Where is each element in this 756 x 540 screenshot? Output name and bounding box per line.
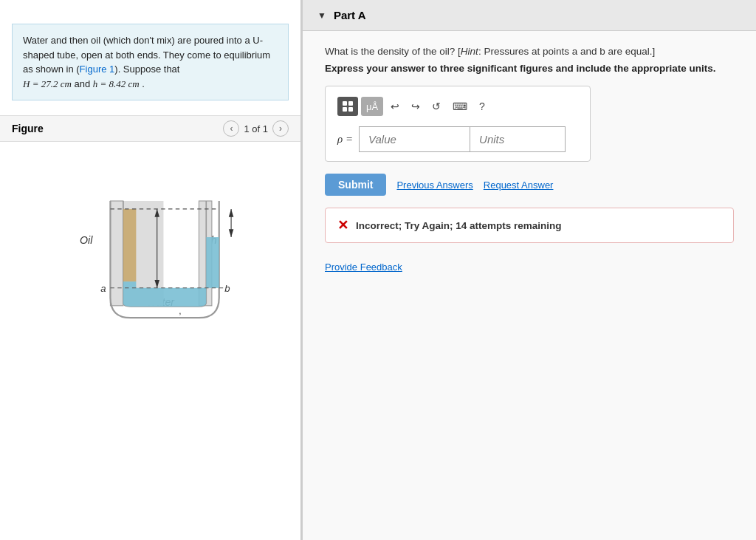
- incorrect-icon: ✕: [337, 217, 348, 233]
- svg-text:b: b: [224, 283, 230, 294]
- formula-H: H = 27.2 cm: [23, 78, 72, 89]
- svg-rect-23: [343, 107, 347, 112]
- svg-marker-20: [228, 229, 233, 237]
- svg-rect-11: [123, 281, 135, 288]
- redo-button[interactable]: ↪: [407, 98, 425, 115]
- figure-page-indicator: 1 of 1: [244, 123, 268, 134]
- part-arrow: ▼: [317, 10, 326, 21]
- feedback-box: ✕ Incorrect; Try Again; 14 attempts rema…: [325, 208, 734, 243]
- request-answer-button[interactable]: Request Answer: [484, 180, 554, 191]
- svg-text:a: a: [100, 283, 106, 294]
- svg-rect-22: [348, 101, 353, 106]
- refresh-button[interactable]: ↺: [427, 98, 445, 115]
- figure-label: Figure: [12, 123, 223, 134]
- part-title: Part A: [334, 9, 366, 21]
- action-row: Submit Previous Answers Request Answer: [325, 174, 734, 196]
- question-text: What is the density of the oil? [Hint: P…: [325, 46, 734, 57]
- figure-next-button[interactable]: ›: [272, 120, 289, 137]
- problem-text-box: Water and then oil (which don't mix) are…: [12, 24, 289, 100]
- left-panel: Water and then oil (which don't mix) are…: [0, 0, 303, 540]
- rho-label: ρ =: [337, 133, 353, 146]
- input-row: ρ =: [333, 125, 583, 154]
- problem-suffix: .: [140, 78, 145, 89]
- figure-nav: ‹ 1 of 1 ›: [223, 120, 289, 137]
- units-input[interactable]: [470, 126, 566, 152]
- figure-prev-button[interactable]: ‹: [223, 120, 239, 137]
- provide-feedback-button[interactable]: Provide Feedback: [325, 262, 402, 273]
- previous-answers-button[interactable]: Previous Answers: [396, 180, 472, 191]
- svg-text:,: ,: [179, 306, 181, 316]
- svg-marker-19: [228, 209, 233, 217]
- svg-text:Oil: Oil: [80, 234, 93, 246]
- value-input[interactable]: [359, 126, 470, 152]
- svg-rect-12: [123, 209, 135, 281]
- answer-box: μÅ ↩ ↪ ↺ ⌨ ? ρ =: [325, 86, 591, 162]
- figure-image-area: Oil H h a b Water ,: [0, 142, 300, 349]
- svg-rect-7: [110, 201, 123, 306]
- part-content: What is the density of the oil? [Hint: P…: [303, 31, 756, 287]
- right-panel: ▼ Part A What is the density of the oil?…: [303, 0, 756, 540]
- submit-button[interactable]: Submit: [325, 174, 386, 196]
- tube-diagram: Oil H h a b Water ,: [32, 157, 269, 334]
- part-header: ▼ Part A: [303, 0, 756, 31]
- feedback-text: Incorrect; Try Again; 14 attempts remain…: [356, 220, 562, 231]
- problem-middle: ). Suppose that: [114, 64, 179, 75]
- help-button[interactable]: ?: [475, 98, 489, 115]
- matrix-button[interactable]: [337, 97, 358, 116]
- mu-button[interactable]: μÅ: [361, 97, 383, 116]
- svg-rect-10: [206, 237, 219, 288]
- figure-header: Figure ‹ 1 of 1 ›: [0, 115, 300, 142]
- svg-rect-24: [348, 107, 353, 112]
- formula-h: h = 8.42 cm: [93, 78, 140, 89]
- svg-rect-21: [343, 101, 347, 106]
- toolbar: μÅ ↩ ↪ ↺ ⌨ ?: [333, 94, 583, 119]
- undo-button[interactable]: ↩: [386, 98, 404, 115]
- figure-link[interactable]: Figure 1: [80, 64, 115, 75]
- keyboard-button[interactable]: ⌨: [448, 98, 472, 115]
- express-text: Express your answer to three significant…: [325, 63, 734, 74]
- figure-section: Figure ‹ 1 of 1 › Oil H h a b Water ,: [0, 115, 300, 540]
